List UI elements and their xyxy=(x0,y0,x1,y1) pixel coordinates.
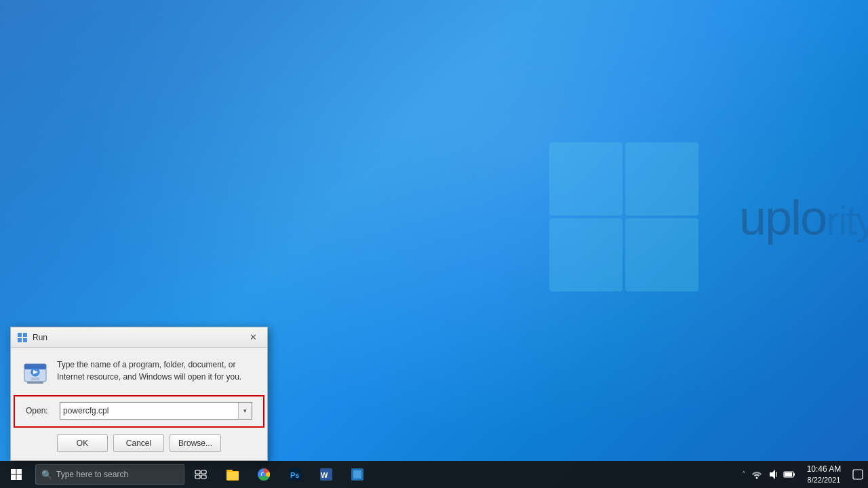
taskbar-photoshop[interactable]: Ps xyxy=(279,461,311,488)
svg-rect-15 xyxy=(17,469,22,474)
tray-overflow-button[interactable]: ˄ xyxy=(739,470,749,479)
svg-rect-21 xyxy=(201,475,206,479)
svg-rect-14 xyxy=(11,469,16,474)
dialog-titlebar: Run ✕ xyxy=(11,327,267,348)
tray-battery-icon[interactable] xyxy=(781,461,797,488)
tray-network-icon[interactable] xyxy=(749,461,765,488)
dialog-buttons: OK Cancel Browse... xyxy=(11,430,267,460)
svg-rect-6 xyxy=(18,338,22,342)
taskbar-search-text: Type here to search xyxy=(56,470,128,479)
tray-sound-icon[interactable] xyxy=(765,461,781,488)
ok-button[interactable]: OK xyxy=(57,434,108,452)
tray-icons: ˄ xyxy=(736,461,800,488)
windows-logo xyxy=(542,136,760,352)
taskbar-apps: Ps W xyxy=(217,461,373,488)
svg-rect-20 xyxy=(195,475,200,479)
clock-date: 8/22/2021 xyxy=(808,475,841,485)
system-clock[interactable]: 10:46 AM 8/22/2021 xyxy=(800,461,848,488)
open-input-wrapper: ▾ xyxy=(60,402,252,420)
svg-rect-10 xyxy=(31,378,39,380)
run-icon-container xyxy=(22,360,49,390)
svg-rect-11 xyxy=(27,382,43,384)
watermark-text: uplority xyxy=(739,190,868,245)
system-tray: ˄ xyxy=(736,461,868,488)
run-title-icon xyxy=(16,331,28,344)
svg-rect-19 xyxy=(201,470,206,474)
svg-rect-17 xyxy=(17,475,22,481)
task-view-button[interactable] xyxy=(187,461,214,488)
taskbar-file-explorer[interactable] xyxy=(217,461,248,488)
svg-rect-5 xyxy=(23,333,27,337)
svg-rect-24 xyxy=(226,472,239,480)
taskbar: 🔍 Type here to search xyxy=(0,461,868,488)
svg-rect-7 xyxy=(23,338,27,342)
cancel-button[interactable]: Cancel xyxy=(113,434,164,452)
svg-rect-39 xyxy=(853,470,863,479)
svg-point-34 xyxy=(756,477,758,479)
open-field-row: Open: ▾ xyxy=(14,395,264,428)
svg-rect-2 xyxy=(549,218,623,291)
start-button[interactable] xyxy=(0,461,33,488)
svg-rect-33 xyxy=(353,470,361,479)
dialog-description: Type the name of a program, folder, docu… xyxy=(57,359,256,383)
notification-center-button[interactable] xyxy=(848,461,868,488)
svg-text:Ps: Ps xyxy=(290,471,299,479)
svg-rect-16 xyxy=(11,475,16,481)
browse-button[interactable]: Browse... xyxy=(170,434,221,452)
svg-point-27 xyxy=(262,472,266,476)
taskbar-search[interactable]: 🔍 Type here to search xyxy=(35,464,184,485)
svg-rect-4 xyxy=(18,333,22,337)
svg-rect-3 xyxy=(625,218,698,291)
clock-time: 10:46 AM xyxy=(807,464,842,475)
open-dropdown-button[interactable]: ▾ xyxy=(238,403,252,419)
dialog-body: Type the name of a program, folder, docu… xyxy=(11,348,267,395)
taskbar-search-icon: 🔍 xyxy=(41,470,52,480)
taskbar-app5[interactable] xyxy=(342,461,373,488)
run-dialog: Run ✕ Type the name of a program, folder… xyxy=(10,327,268,461)
svg-rect-37 xyxy=(793,473,795,476)
dialog-close-button[interactable]: ✕ xyxy=(244,329,262,346)
svg-rect-18 xyxy=(195,470,200,474)
svg-marker-35 xyxy=(770,470,775,479)
svg-rect-38 xyxy=(785,472,792,476)
dialog-title: Run xyxy=(33,333,244,342)
svg-rect-0 xyxy=(549,142,623,216)
open-label: Open: xyxy=(26,406,54,415)
svg-rect-1 xyxy=(625,142,698,216)
open-input[interactable] xyxy=(60,403,238,419)
svg-text:W: W xyxy=(321,471,328,479)
taskbar-word[interactable]: W xyxy=(311,461,342,488)
desktop: uplority Run ✕ xyxy=(0,0,868,488)
taskbar-chrome[interactable] xyxy=(248,461,279,488)
